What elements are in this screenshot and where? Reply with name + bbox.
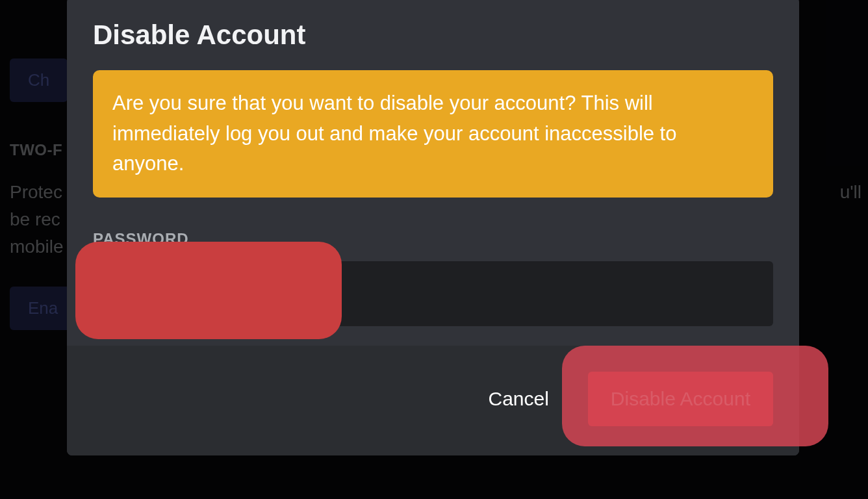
warning-message: Are you sure that you want to disable yo… (93, 70, 773, 198)
password-input-wrapper (93, 261, 773, 326)
modal-body: Are you sure that you want to disable yo… (67, 70, 799, 346)
modal-header: Disable Account (67, 0, 799, 70)
cancel-button[interactable]: Cancel (475, 381, 561, 416)
disable-button-wrapper: Disable Account (588, 372, 773, 426)
redaction-highlight-disable (562, 346, 828, 446)
disable-account-modal: Disable Account Are you sure that you wa… (67, 0, 799, 455)
modal-footer: Cancel Disable Account (67, 346, 799, 455)
redaction-highlight-password (75, 242, 342, 339)
modal-title: Disable Account (93, 19, 773, 51)
